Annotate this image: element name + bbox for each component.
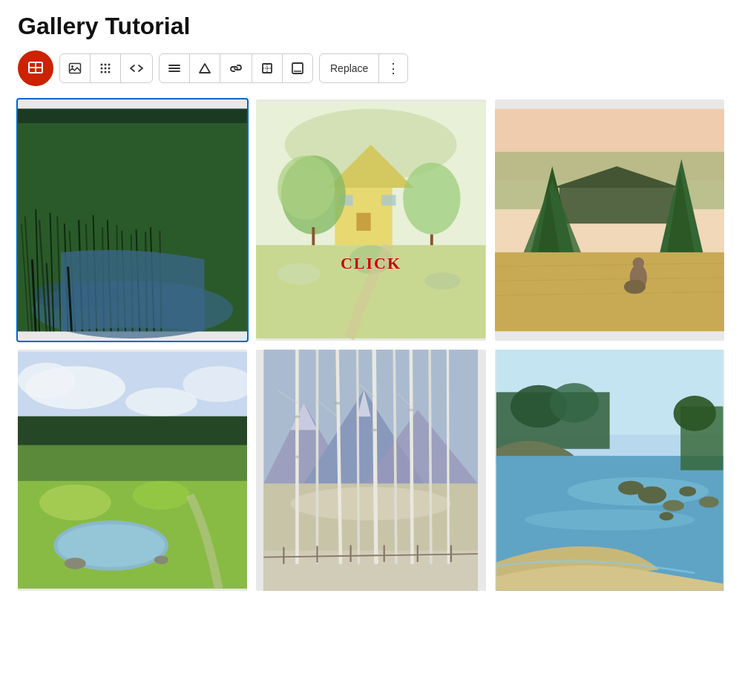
image-button[interactable] bbox=[60, 54, 91, 82]
svg-point-120 bbox=[371, 429, 378, 432]
gallery-item-5[interactable] bbox=[256, 350, 485, 591]
toolbar: Replace ⋮ bbox=[18, 50, 724, 86]
replace-more-group: Replace ⋮ bbox=[319, 53, 408, 83]
svg-point-7 bbox=[108, 64, 111, 66]
svg-point-149 bbox=[673, 396, 715, 431]
gallery-grid: CLICK bbox=[18, 99, 724, 591]
svg-point-144 bbox=[679, 487, 696, 497]
gallery-item-1[interactable] bbox=[18, 99, 247, 341]
svg-line-112 bbox=[375, 350, 377, 564]
svg-point-59 bbox=[278, 156, 335, 220]
svg-rect-18 bbox=[292, 63, 303, 73]
svg-point-147 bbox=[618, 481, 643, 495]
svg-point-12 bbox=[105, 71, 107, 73]
svg-point-143 bbox=[663, 500, 684, 511]
svg-point-94 bbox=[133, 481, 190, 510]
replace-button[interactable]: Replace bbox=[320, 54, 379, 82]
gallery-active-button[interactable] bbox=[18, 50, 53, 86]
svg-line-116 bbox=[448, 350, 449, 564]
svg-point-137 bbox=[549, 383, 599, 422]
svg-line-111 bbox=[358, 350, 359, 564]
svg-line-114 bbox=[411, 350, 413, 564]
svg-rect-55 bbox=[357, 213, 371, 231]
svg-point-8 bbox=[101, 68, 103, 70]
code-button[interactable] bbox=[121, 54, 152, 82]
gallery-item-3[interactable] bbox=[495, 99, 724, 341]
crop-button[interactable] bbox=[252, 54, 283, 82]
more-options-button[interactable]: ⋮ bbox=[379, 54, 407, 82]
svg-point-6 bbox=[105, 64, 107, 66]
svg-point-117 bbox=[294, 416, 301, 419]
caption-button[interactable] bbox=[283, 54, 312, 82]
svg-point-13 bbox=[108, 71, 111, 73]
link-button[interactable] bbox=[220, 54, 252, 82]
svg-point-65 bbox=[424, 272, 460, 290]
grid-button[interactable] bbox=[91, 54, 121, 82]
svg-point-146 bbox=[659, 512, 673, 520]
gallery-item-2[interactable]: CLICK bbox=[256, 99, 485, 341]
svg-rect-90 bbox=[18, 416, 247, 445]
svg-point-88 bbox=[18, 363, 75, 399]
svg-point-118 bbox=[295, 456, 300, 459]
svg-point-145 bbox=[699, 497, 719, 508]
svg-point-5 bbox=[101, 64, 103, 66]
media-toolbar-group bbox=[59, 53, 153, 83]
svg-rect-23 bbox=[18, 123, 247, 174]
svg-point-10 bbox=[108, 68, 111, 70]
svg-point-106 bbox=[291, 487, 452, 520]
svg-rect-76 bbox=[495, 252, 724, 331]
svg-point-121 bbox=[409, 409, 414, 412]
svg-point-82 bbox=[624, 280, 646, 294]
svg-rect-57 bbox=[381, 195, 395, 206]
svg-point-119 bbox=[334, 402, 341, 405]
svg-point-97 bbox=[65, 558, 86, 569]
svg-rect-69 bbox=[559, 188, 674, 223]
svg-point-60 bbox=[403, 163, 460, 235]
svg-point-98 bbox=[154, 556, 168, 565]
triangle-button[interactable] bbox=[190, 54, 220, 82]
gallery-item-6[interactable] bbox=[495, 350, 724, 591]
svg-line-115 bbox=[430, 350, 431, 564]
svg-point-9 bbox=[105, 68, 107, 70]
page-title: Gallery Tutorial bbox=[18, 12, 724, 40]
svg-rect-3 bbox=[70, 64, 81, 73]
svg-point-93 bbox=[39, 485, 111, 520]
svg-point-86 bbox=[125, 387, 197, 416]
gallery-item-4[interactable] bbox=[18, 350, 247, 591]
align-button[interactable] bbox=[160, 54, 190, 82]
svg-point-11 bbox=[101, 71, 103, 73]
svg-point-64 bbox=[278, 264, 321, 285]
format-toolbar-group bbox=[159, 53, 313, 83]
click-overlay-text: CLICK bbox=[341, 254, 401, 273]
svg-point-4 bbox=[71, 65, 73, 68]
